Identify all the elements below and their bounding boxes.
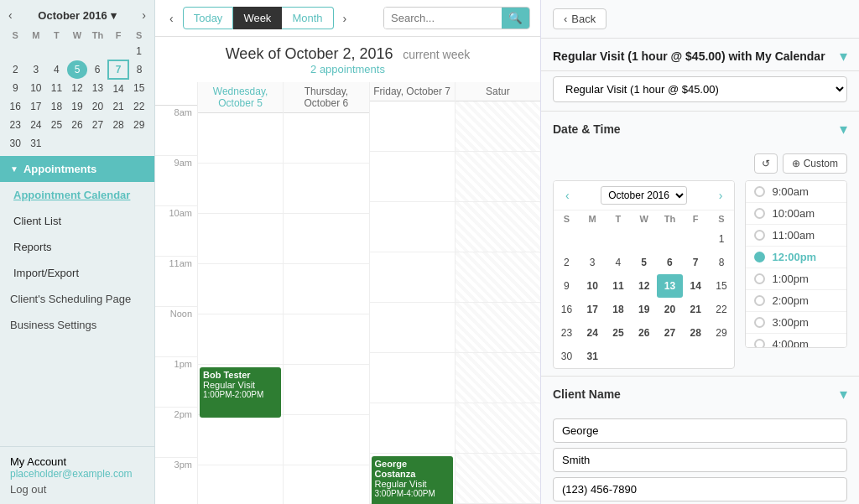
inline-cal-day[interactable]: 14 [683,274,709,298]
mini-cal-day[interactable]: 28 [108,116,129,134]
day-time-slot[interactable] [198,164,283,214]
cal-next-button[interactable]: › [339,10,351,27]
mini-cal-day[interactable]: 19 [67,97,88,116]
mini-cal-day[interactable]: 18 [46,97,67,116]
time-slot-option[interactable]: 4:00pm [746,334,846,348]
inline-cal-day[interactable]: 11 [606,274,632,298]
inline-cal-day[interactable]: 13 [657,274,683,298]
day-time-slot[interactable] [370,403,455,454]
custom-button[interactable]: ⊕ Custom [783,153,847,174]
day-time-slot[interactable]: Bob Tester Regular Visit1:00PM-2:00PM [198,365,283,415]
mini-cal-day[interactable]: 13 [87,79,108,97]
mini-cal-day[interactable]: 5 [67,60,88,79]
inline-cal-day[interactable]: 2 [554,251,580,274]
client-name-section-header[interactable]: Client Name ▾ [541,377,859,412]
inline-cal-day[interactable]: 17 [580,298,606,321]
inline-cal-prev-button[interactable]: ‹ [562,189,573,202]
day-time-slot[interactable] [198,113,283,164]
day-time-slot[interactable] [284,415,368,465]
mini-cal-day[interactable]: 22 [128,97,149,116]
refresh-button[interactable]: ↺ [754,153,778,174]
week-button[interactable]: Week [233,7,282,29]
search-input[interactable] [384,8,502,29]
month-button[interactable]: Month [282,7,333,29]
inline-cal-day[interactable]: 27 [657,321,683,345]
mini-cal-day[interactable]: 10 [26,79,47,97]
day-time-slot[interactable] [198,264,283,314]
day-time-slot[interactable] [456,403,540,454]
sidebar-section-appointments[interactable]: ▼ Appointments [0,156,154,182]
mini-cal-day[interactable]: 14 [108,79,129,97]
inline-cal-day[interactable]: 23 [554,321,580,345]
day-time-slot[interactable] [198,465,283,504]
inline-cal-day[interactable]: 25 [606,321,632,345]
first-name-input[interactable] [553,418,847,443]
inline-cal-day[interactable]: 26 [631,321,657,345]
day-time-slot[interactable] [456,454,540,504]
mini-cal-day[interactable]: 2 [5,60,26,79]
mini-cal-day[interactable]: 17 [26,97,47,116]
day-time-slot[interactable] [198,415,283,465]
inline-cal-day[interactable]: 5 [631,251,657,274]
inline-cal-day[interactable]: 6 [657,251,683,274]
day-time-slot[interactable] [284,264,368,314]
day-time-slot[interactable] [284,113,368,164]
inline-cal-day[interactable]: 15 [709,274,735,298]
mini-cal-day[interactable]: 11 [46,79,67,97]
mini-cal-day[interactable]: 9 [5,79,26,97]
inline-cal-day[interactable]: 1 [709,227,735,251]
mini-cal-prev-button[interactable]: ‹ [5,7,16,23]
inline-cal-day[interactable]: 18 [606,298,632,321]
mini-cal-day[interactable]: 16 [5,97,26,116]
day-time-slot[interactable] [456,202,540,252]
sidebar-nav-item[interactable]: Reports [0,234,154,260]
day-time-slot[interactable] [284,164,368,214]
inline-cal-day[interactable]: 12 [631,274,657,298]
phone-input[interactable] [553,477,847,501]
inline-cal-day[interactable]: 19 [631,298,657,321]
mini-cal-day[interactable]: 8 [128,60,149,79]
inline-cal-day[interactable]: 31 [580,345,606,368]
sidebar-item-client-scheduling[interactable]: Client's Scheduling Page [0,286,154,312]
mini-cal-dropdown-arrow[interactable]: ▾ [111,9,117,22]
time-slot-option[interactable]: 2:00pm [746,290,846,312]
cal-prev-button[interactable]: ‹ [165,10,178,27]
mini-cal-day[interactable]: 26 [67,116,88,134]
mini-cal-day[interactable]: 4 [46,60,67,79]
mini-cal-day[interactable]: 7 [108,60,129,79]
day-time-slot[interactable] [370,252,455,303]
day-time-slot[interactable] [456,101,540,152]
calendar-event[interactable]: George Costanza Regular Visit3:00PM-4:00… [372,456,453,504]
mini-cal-day[interactable]: 29 [128,116,149,134]
last-name-input[interactable] [553,448,847,472]
sidebar-nav-item[interactable]: Appointment Calendar [0,182,154,208]
panel-collapse-icon[interactable]: ▾ [840,47,847,65]
search-button[interactable]: 🔍 [502,8,529,29]
mini-cal-day[interactable]: 23 [5,116,26,134]
day-time-slot[interactable] [370,202,455,252]
inline-cal-day[interactable]: 30 [554,345,580,368]
day-time-slot[interactable] [284,465,368,504]
inline-cal-day[interactable]: 29 [709,321,735,345]
sidebar-nav-item[interactable]: Import/Export [0,260,154,286]
day-time-slot[interactable] [370,101,455,152]
inline-cal-month-select[interactable]: October 2016 [601,186,687,205]
datetime-collapse-icon[interactable]: ▾ [840,120,847,138]
logout-link[interactable]: Log out [10,483,144,496]
inline-cal-day[interactable]: 21 [683,298,709,321]
mini-cal-day[interactable]: 27 [87,116,108,134]
time-slot-option[interactable]: 10:00am [746,203,846,225]
inline-cal-day[interactable]: 7 [683,251,709,274]
mini-cal-next-button[interactable]: › [138,7,149,23]
service-select[interactable]: Regular Visit (1 hour @ $45.00) [553,76,847,102]
mini-cal-day[interactable]: 15 [128,79,149,97]
day-time-slot[interactable] [284,365,368,415]
day-time-slot[interactable] [370,303,455,353]
day-time-slot[interactable] [370,152,455,202]
day-time-slot[interactable] [284,314,368,365]
inline-cal-day[interactable]: 3 [580,251,606,274]
inline-cal-day[interactable]: 20 [657,298,683,321]
sidebar-nav-item[interactable]: Client List [0,208,154,234]
mini-cal-day[interactable]: 20 [87,97,108,116]
time-slot-option[interactable]: 12:00pm [746,247,846,268]
